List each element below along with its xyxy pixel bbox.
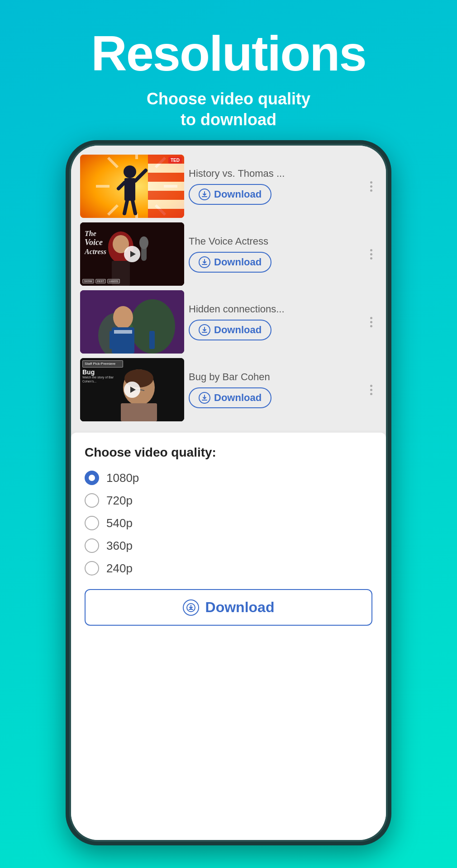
svg-rect-10 xyxy=(148,164,184,173)
download-icon-2 xyxy=(199,256,210,268)
download-button-1[interactable]: Download xyxy=(189,184,271,205)
video-item-2: The Voice Actress SXSW FEST LEEDS xyxy=(80,222,377,286)
video-item-4: Staff Pick·Premiere Bug Watch the story … xyxy=(80,358,377,421)
quality-option-360p[interactable]: 360p xyxy=(85,538,372,553)
svg-rect-14 xyxy=(148,200,184,209)
svg-rect-13 xyxy=(148,191,184,200)
phone-outer-frame: TED History vs. Thomas ... Download xyxy=(66,140,391,845)
svg-point-34 xyxy=(113,306,133,329)
video-item-3: Hidden connections... Download xyxy=(80,290,377,354)
download-icon-1 xyxy=(199,189,210,200)
thumbnail-3 xyxy=(80,290,184,354)
download-button-3[interactable]: Download xyxy=(189,320,271,340)
staff-pick-badge: Staff Pick·Premiere Bug Watch the story … xyxy=(82,360,123,383)
quality-section-title: Choose video quality: xyxy=(85,445,372,460)
quality-option-720p[interactable]: 720p xyxy=(85,493,372,508)
quality-option-240p[interactable]: 240p xyxy=(85,561,372,576)
thumbnail-4: Staff Pick·Premiere Bug Watch the story … xyxy=(80,358,184,421)
video-title-3: Hidden connections... xyxy=(189,303,285,315)
page-subtitle: Choose video qualityto download xyxy=(18,89,439,131)
quality-options: 1080p 720p 540p xyxy=(85,471,372,576)
radio-240p xyxy=(85,561,99,576)
main-download-icon xyxy=(183,599,199,616)
play-icon-2 xyxy=(124,246,140,262)
quality-label-540p: 540p xyxy=(106,516,133,530)
svg-rect-11 xyxy=(148,173,184,182)
quality-label-240p: 240p xyxy=(106,561,133,576)
thumbnail-1: TED xyxy=(80,155,184,218)
video-info-2: The Voice Actress Download xyxy=(184,232,368,276)
festival-badges-2: SXSW FEST LEEDS xyxy=(82,279,120,283)
svg-rect-12 xyxy=(148,182,184,191)
download-button-4[interactable]: Download xyxy=(189,387,271,408)
svg-rect-38 xyxy=(114,330,132,334)
svg-point-27 xyxy=(139,236,148,249)
radio-360p xyxy=(85,538,99,553)
page-title: Resolutions xyxy=(18,27,439,80)
video-title-4: Bug by Bar Cohen xyxy=(189,371,270,383)
quality-section: Choose video quality: 1080p 720 xyxy=(71,433,386,840)
video-info-1: History vs. Thomas ... Download xyxy=(184,164,368,208)
quality-option-1080p[interactable]: 1080p xyxy=(85,471,372,485)
radio-540p xyxy=(85,516,99,530)
svg-rect-15 xyxy=(148,209,184,218)
thumbnail-1-bg-svg xyxy=(80,155,184,218)
play-icon-4 xyxy=(124,382,140,398)
download-icon-3 xyxy=(199,324,210,336)
download-icon-4 xyxy=(199,392,210,404)
thumbnail-3-svg xyxy=(80,290,184,354)
svg-rect-41 xyxy=(121,403,157,421)
quality-label-720p: 720p xyxy=(106,494,133,508)
main-download-button[interactable]: Download xyxy=(85,589,372,626)
quality-label-360p: 360p xyxy=(106,539,133,553)
svg-text:Voice: Voice xyxy=(85,238,103,247)
ted-badge: TED xyxy=(168,157,182,164)
phone-inner-frame: TED History vs. Thomas ... Download xyxy=(69,144,388,842)
svg-point-16 xyxy=(124,165,136,178)
video-title-1: History vs. Thomas ... xyxy=(189,168,285,179)
quality-label-1080p: 1080p xyxy=(106,471,139,485)
video-item-1: TED History vs. Thomas ... Download xyxy=(80,155,377,218)
thumbnail-2: The Voice Actress SXSW FEST LEEDS xyxy=(80,222,184,286)
more-menu-1[interactable] xyxy=(368,179,375,194)
svg-rect-37 xyxy=(149,331,155,349)
phone-screen: TED History vs. Thomas ... Download xyxy=(71,146,386,840)
more-menu-2[interactable] xyxy=(368,247,375,262)
more-menu-3[interactable] xyxy=(368,315,375,330)
quality-option-540p[interactable]: 540p xyxy=(85,516,372,530)
video-info-3: Hidden connections... Download xyxy=(184,300,368,344)
header: Resolutions Choose video qualityto downl… xyxy=(0,0,457,144)
video-list: TED History vs. Thomas ... Download xyxy=(71,146,386,430)
video-title-2: The Voice Actress xyxy=(189,236,268,247)
radio-720p xyxy=(85,493,99,508)
svg-text:Actress: Actress xyxy=(84,248,106,255)
phone-mockup: TED History vs. Thomas ... Download xyxy=(66,140,391,845)
more-menu-4[interactable] xyxy=(368,382,375,397)
main-download-label: Download xyxy=(205,599,275,616)
video-info-4: Bug by Bar Cohen Download xyxy=(184,368,368,412)
svg-text:The: The xyxy=(85,230,96,237)
download-button-2[interactable]: Download xyxy=(189,252,271,273)
radio-1080p xyxy=(85,471,99,485)
